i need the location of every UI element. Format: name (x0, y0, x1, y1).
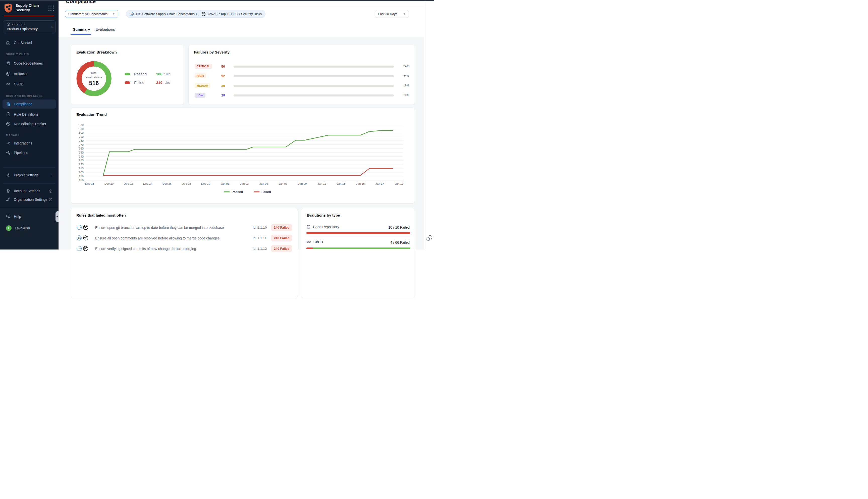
severity-count: 92 (221, 74, 225, 78)
severity-bar-track (234, 85, 394, 87)
pipelines-icon (6, 150, 11, 155)
sidebar-item-pipelines[interactable]: Pipelines (2, 148, 56, 157)
sidebar-item-artifacts[interactable]: Artifacts (2, 69, 56, 78)
summary-content: Evaluation Breakdown Total evaluations 5… (59, 37, 424, 250)
sidebar-item-organization-settings[interactable]: Organization Settings (2, 195, 56, 204)
cis-benchmark-chip[interactable]: CIS CIS Software Supply Chain Benchmarks… (126, 10, 204, 18)
sidebar-item-label: Integrations (14, 141, 32, 145)
app-title: Supply Chain Security (15, 3, 39, 12)
x-axis-tick: Jan 17 (375, 182, 384, 185)
type-status: 4 / 66 Failed (390, 241, 410, 244)
failed-count: 210 (156, 81, 162, 85)
svg-text:CIS: CIS (131, 13, 133, 15)
rule-row[interactable]: CIS Ensure open git branches are up to d… (71, 223, 298, 234)
sidebar-collapse-handle[interactable]: ◀ (55, 211, 59, 222)
owasp-logo-icon (83, 246, 88, 250)
sidebar-section-supply-chain: SUPPLY CHAIN (6, 53, 29, 56)
sidebar-item-label: Compliance (14, 102, 33, 106)
infinity-icon (6, 82, 11, 86)
main-area: Compliance Standards: All Benchmarks ▼ C… (59, 0, 424, 250)
sidebar-item-get-started[interactable]: Get Started (2, 38, 56, 47)
project-cube-icon (7, 22, 10, 26)
chip-label: CIS Software Supply Chain Benchmarks 1.0 (136, 12, 200, 16)
unit-label: rules (163, 72, 170, 76)
y-axis-tick: 220 (79, 163, 84, 166)
sidebar: Supply Chain Security PROJECT Product Ex… (0, 0, 59, 250)
rule-standard-icons: CIS (76, 224, 88, 230)
y-axis-tick: 250 (79, 151, 84, 154)
legend-label: Passed (232, 190, 243, 194)
sidebar-item-compliance[interactable]: Compliance (2, 99, 56, 109)
severity-badge: HIGH (195, 73, 206, 78)
sidebar-item-cicd[interactable]: CI/CD (2, 80, 56, 89)
rule-row[interactable]: CIS Ensure verifying signed commits of n… (71, 245, 298, 250)
type-bar-failed-segment (307, 232, 410, 234)
passed-legend-swatch (125, 73, 130, 75)
tab-evaluations[interactable]: Evaluations (96, 27, 115, 32)
severity-percent: 14% (404, 94, 409, 97)
x-axis-tick: Dec 30 (201, 182, 210, 185)
rule-standard-icons: CIS (76, 235, 88, 241)
evaluations-by-type-card: Evalutions by type Code Repository 10 / … (301, 208, 415, 250)
standards-filter-select[interactable]: Standards: All Benchmarks ▼ (65, 10, 118, 18)
rules-failed-most-often-card: Rules that failed most often CIS Ensure … (71, 208, 298, 250)
sidebar-item-rule-definitions[interactable]: Rule Definitions (2, 110, 56, 119)
sidebar-item-label: Artifacts (14, 72, 27, 76)
x-axis-tick: Dec 24 (143, 182, 152, 185)
sidebar-accent-line (4, 15, 54, 16)
artifact-box-icon (6, 72, 11, 76)
sidebar-item-code-repositories[interactable]: Code Repositories (2, 59, 56, 68)
date-range-value: Last 30 Days (378, 12, 397, 16)
tab-summary[interactable]: Summary (73, 27, 90, 32)
x-axis-tick: Jan 03 (240, 182, 249, 185)
failures-by-severity-card: Failures by Severity CRITICAL 50 24% HIG… (188, 45, 415, 105)
severity-row-medium: MEDIUM 39 19% (189, 82, 415, 90)
layers-gear-icon (6, 189, 11, 193)
app-switcher-grid-icon[interactable] (49, 5, 54, 11)
y-axis-tick: 300 (79, 131, 84, 134)
severity-badge: CRITICAL (195, 64, 212, 69)
total-evaluations-value: 516 (89, 80, 99, 87)
sidebar-item-help[interactable]: Help (2, 212, 56, 221)
scrollbar-gutter[interactable] (424, 0, 434, 250)
remediation-box-icon (6, 122, 11, 126)
chevron-right-icon: › (51, 25, 53, 29)
user-name: Lavakush (15, 226, 30, 230)
rule-id: Id: 1.1.10 (253, 226, 267, 229)
severity-bar-track (234, 75, 394, 77)
legend-item-passed: Passed 306 rules (125, 72, 180, 76)
svg-text:CIS: CIS (78, 237, 80, 239)
chevron-right-icon: › (51, 173, 52, 177)
type-label-code-repository: Code Repository (307, 224, 339, 229)
cis-logo-icon: CIS (76, 235, 82, 241)
date-range-select[interactable]: Last 30 Days ▼ (375, 10, 409, 18)
sidebar-item-project-settings[interactable]: Project Settings › (2, 171, 56, 180)
y-axis-tick: 280 (79, 139, 84, 142)
series-failed (103, 168, 393, 175)
rule-row[interactable]: CIS Ensure all open comments are resolve… (71, 234, 298, 244)
chevron-down-icon: ▼ (112, 13, 115, 15)
sidebar-item-remediation-tracker[interactable]: Remediation Tracker (2, 119, 56, 129)
y-axis-tick: 180 (79, 179, 84, 182)
x-axis-tick: Jan 13 (337, 182, 346, 185)
rule-text: Ensure open git branches are up to date … (95, 226, 224, 230)
donut-center-total: Total evaluations 516 (76, 61, 112, 96)
compliance-document-icon (6, 102, 11, 106)
x-axis-tick: Dec 28 (182, 182, 191, 185)
legend-label: Failed (261, 190, 271, 194)
sidebar-user[interactable]: L Lavakush (2, 223, 56, 233)
info-icon (49, 189, 52, 193)
cis-logo-icon: CIS (76, 246, 82, 250)
sidebar-item-integrations[interactable]: Integrations (2, 139, 56, 148)
rule-text: Ensure verifying signed commits of new c… (95, 247, 196, 250)
owasp-chip[interactable]: OWASP Top 10 CI/CD Security Risks (198, 10, 265, 18)
project-selector[interactable]: PROJECT Product Exploratory › (3, 20, 55, 34)
svg-text:CIS: CIS (78, 247, 80, 250)
sidebar-item-account-settings[interactable]: Account Settings (2, 186, 56, 195)
code-repository-icon (307, 224, 311, 229)
sidebar-section-manage: MANAGE (6, 134, 20, 137)
y-axis-tick: 240 (79, 155, 84, 158)
chat-support-icon[interactable] (426, 234, 433, 241)
project-name: Product Exploratory (7, 27, 38, 31)
x-axis-tick: Jan 01 (221, 182, 230, 185)
